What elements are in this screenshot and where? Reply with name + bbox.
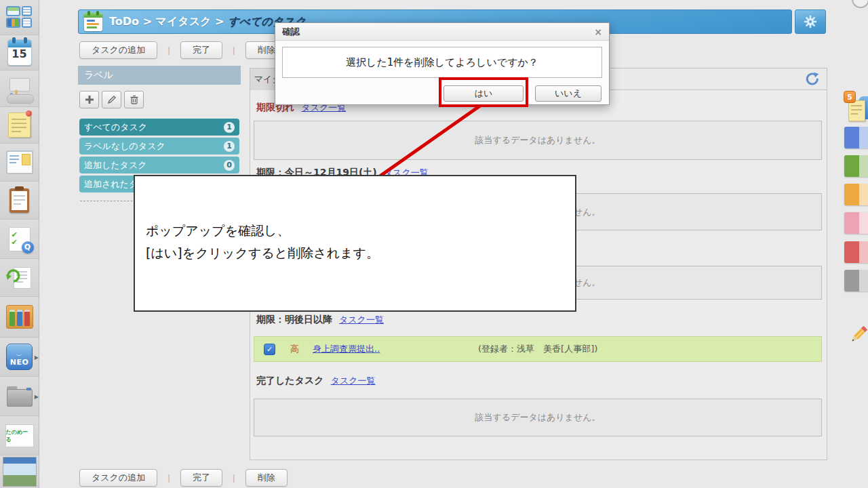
- settings-gear-button[interactable]: [795, 9, 826, 34]
- gear-icon: [803, 14, 818, 29]
- plus-icon: [85, 95, 94, 104]
- section-header-later: 期限：明後日以降 タスク一覧: [256, 314, 384, 326]
- task-registrant: (登録者：浅草 美香[人事部]): [478, 343, 597, 355]
- task-checkbox[interactable]: ✓: [264, 344, 275, 355]
- label-item-text: 追加したタスク: [84, 159, 147, 171]
- calendar-day-label: 15: [8, 47, 31, 60]
- label-item-no-label[interactable]: ラベルなしのタスク 1: [79, 138, 239, 155]
- sidebar-item-memo[interactable]: [0, 107, 39, 144]
- label-toolbar: [79, 91, 144, 108]
- complete-button[interactable]: 完了: [180, 469, 222, 487]
- quick-tab-green[interactable]: [844, 155, 868, 177]
- clipboard-icon: [9, 188, 29, 213]
- sidebar-item-workflow[interactable]: [0, 259, 39, 297]
- trash-icon: [130, 95, 139, 104]
- section-header-completed: 完了したタスク タスク一覧: [256, 375, 376, 387]
- sidebar-item-portal[interactable]: [0, 0, 39, 35]
- label-item-added-by-me[interactable]: 追加したタスク 0: [79, 157, 239, 174]
- add-label-button[interactable]: [79, 91, 99, 108]
- annotation-line-2: [はい]をクリックすると削除されます。: [146, 242, 575, 264]
- priority-label: 高: [290, 343, 299, 355]
- label-count-badge: 1: [224, 141, 235, 152]
- close-icon[interactable]: ×: [594, 26, 602, 37]
- expand-arrow-icon[interactable]: ▶: [35, 393, 39, 399]
- label-panel-header: ラベル: [78, 66, 241, 85]
- memo-note-icon: [848, 100, 865, 121]
- delete-button[interactable]: 削除: [245, 469, 288, 487]
- toolbar-separator: ｜: [230, 472, 238, 484]
- quick-tab-blue[interactable]: [844, 127, 868, 148]
- cropped-corner-icon: [852, 0, 868, 8]
- sidebar-item-neo[interactable]: ︶NEO ▶: [0, 338, 39, 377]
- sidebar-item-ad-banner[interactable]: [0, 455, 39, 487]
- refresh-button[interactable]: [804, 70, 821, 88]
- app-launcher-sidebar: 15 ✔✔Q ︶NEO ▶: [0, 0, 39, 488]
- toolbar-separator: ｜: [230, 45, 238, 56]
- empty-box-overdue: 該当するデータはありません。: [254, 121, 822, 160]
- todo-app-icon: [84, 13, 102, 31]
- quick-tab-orange[interactable]: [844, 184, 868, 205]
- empty-text: 該当するデータはありません。: [475, 411, 600, 424]
- pencil-icon: [107, 95, 117, 104]
- add-task-button[interactable]: タスクの追加: [79, 41, 157, 59]
- toolbar-separator: ｜: [165, 472, 173, 484]
- tanomeru-logo-icon: たのめーる: [5, 424, 34, 447]
- task-list-link[interactable]: タスク一覧: [339, 314, 384, 326]
- label-item-text: すべてのタスク: [84, 121, 147, 134]
- annotation-callout: ポップアップを確認し、 [はい]をクリックすると削除されます。: [134, 175, 576, 312]
- app-root: 15 ✔✔Q ︶NEO ▶: [0, 0, 868, 488]
- task-title-link[interactable]: 身上調査票提出..: [313, 343, 380, 355]
- neo-logo-icon: ︶NEO: [6, 344, 33, 370]
- delete-label-button[interactable]: [124, 91, 144, 108]
- edit-label-button[interactable]: [102, 91, 121, 108]
- complete-button[interactable]: 完了: [180, 41, 222, 59]
- edit-pencil-button[interactable]: [847, 324, 868, 347]
- dialog-title: 確認: [282, 26, 300, 38]
- task-row: ✓ 高 身上調査票提出.. (登録者：浅草 美香[人事部]): [254, 336, 822, 362]
- dialog-message: 選択した1件を削除してよろしいですか？: [282, 47, 602, 78]
- sidebar-item-bulletin[interactable]: [0, 144, 39, 182]
- sidebar-item-todo[interactable]: ✔✔Q: [0, 220, 39, 259]
- sidebar-item-tanomeru[interactable]: たのめーる: [0, 416, 39, 455]
- dialog-title-bar: 確認 ×: [275, 23, 609, 41]
- sidebar-item-schedule[interactable]: 15: [0, 35, 39, 70]
- sidebar-item-facility[interactable]: [0, 70, 39, 107]
- calendar-icon: 15: [7, 39, 32, 66]
- label-item-text: ラベルなしのタスク: [84, 140, 165, 152]
- check-icon: ✓: [267, 345, 273, 354]
- quick-tab-red[interactable]: [844, 241, 868, 263]
- sidebar-item-cabinet[interactable]: [0, 297, 39, 338]
- workflow-icon: [7, 266, 33, 289]
- top-toolbar: タスクの追加 ｜ 完了 ｜ 削除: [79, 41, 288, 59]
- annotation-line-1: ポップアップを確認し、: [146, 220, 575, 242]
- label-count-badge: 1: [224, 122, 235, 133]
- ad-banner-image: [3, 457, 37, 487]
- add-task-button[interactable]: タスクの追加: [79, 469, 157, 487]
- empty-box-completed: 該当するデータはありません。: [254, 399, 822, 436]
- empty-text: 該当するデータはありません。: [475, 134, 600, 146]
- quick-tab-pink[interactable]: [844, 212, 868, 234]
- bottom-toolbar: タスクの追加 ｜ 完了 ｜ 削除: [79, 469, 288, 487]
- sidebar-item-circular[interactable]: [0, 182, 39, 220]
- quick-tab-gray[interactable]: [844, 270, 868, 291]
- cabinet-binders-icon: [6, 305, 33, 329]
- sidebar-item-folder[interactable]: ▶: [0, 377, 39, 416]
- refresh-icon: [804, 70, 821, 88]
- task-list-link[interactable]: タスク一覧: [331, 375, 376, 387]
- expand-arrow-icon[interactable]: ▶: [35, 354, 39, 360]
- label-count-badge: 0: [224, 160, 235, 171]
- section-title: 期限：明後日以降: [256, 314, 332, 326]
- bulletin-board-icon: [6, 150, 33, 174]
- label-item-all-tasks[interactable]: すべてのタスク 1: [79, 119, 239, 136]
- no-button[interactable]: いいえ: [535, 85, 601, 102]
- folder-icon: [7, 386, 33, 407]
- toolbar-separator: ｜: [165, 45, 173, 56]
- section-title: 完了したタスク: [256, 375, 324, 387]
- notification-count-badge: 5: [844, 91, 856, 103]
- facility-reservation-icon: [7, 78, 33, 100]
- pencil-icon: [847, 324, 868, 347]
- notification-memo-button[interactable]: 5: [845, 92, 868, 125]
- todo-checklist-icon: ✔✔Q: [9, 227, 31, 251]
- annotation-highlight-box: [439, 77, 528, 107]
- portal-icon: [6, 6, 33, 29]
